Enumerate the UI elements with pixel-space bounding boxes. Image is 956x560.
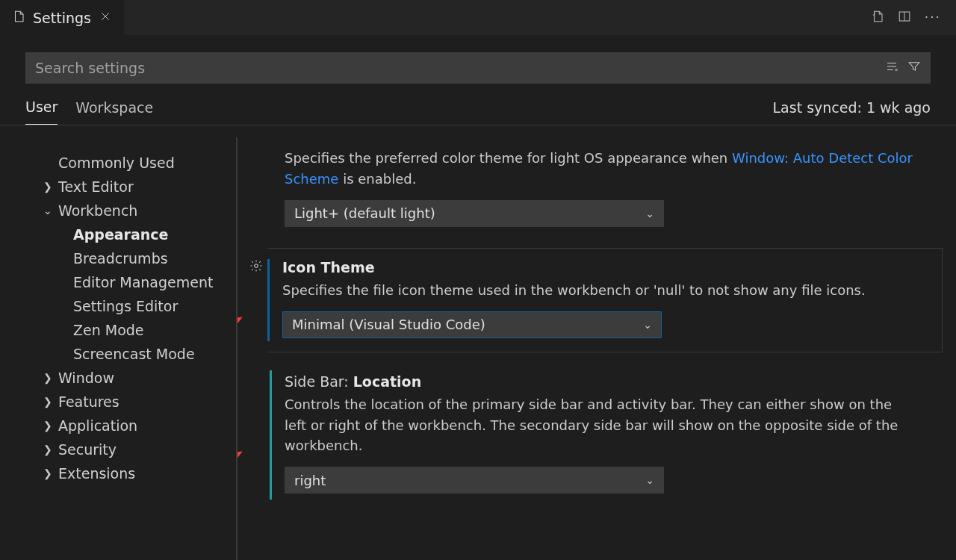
svg-point-1 bbox=[255, 264, 258, 268]
file-icon bbox=[12, 10, 25, 26]
toc-screencast-mode[interactable]: Screencast Mode bbox=[43, 342, 236, 366]
filter-icon[interactable] bbox=[907, 60, 921, 76]
setting-description: Specifies the preferred color theme for … bbox=[285, 148, 928, 190]
chevron-down-icon: ⌄ bbox=[643, 319, 652, 331]
annotation-arrow bbox=[238, 447, 257, 479]
setting-preferred-light-theme: Specifies the preferred color theme for … bbox=[267, 148, 943, 240]
toc-settings-editor[interactable]: Settings Editor bbox=[43, 294, 236, 318]
chevron-right-icon: ❯ bbox=[43, 372, 54, 384]
settings-toc: ▸Commonly Used ❯Text Editor ⌄Workbench A… bbox=[0, 137, 238, 560]
close-icon[interactable] bbox=[99, 10, 112, 25]
toc-extensions[interactable]: ❯Extensions bbox=[43, 461, 236, 485]
tab-title: Settings bbox=[33, 10, 91, 26]
settings-scope-row: User Workspace Last synced: 1 wk ago bbox=[0, 84, 956, 125]
select-preferred-light-theme[interactable]: Light+ (default light) ⌄ bbox=[285, 200, 664, 227]
toc-features[interactable]: ❯Features bbox=[43, 390, 236, 414]
setting-icon-theme: Icon Theme Specifies the file icon theme… bbox=[267, 248, 943, 352]
editor-tab-bar: Settings ··· bbox=[0, 0, 956, 36]
clear-search-icon[interactable] bbox=[885, 60, 898, 76]
setting-title: Icon Theme bbox=[282, 259, 927, 276]
search-placeholder: Search settings bbox=[35, 60, 885, 76]
chevron-right-icon: ❯ bbox=[43, 420, 54, 432]
toc-workbench[interactable]: ⌄Workbench bbox=[43, 199, 236, 223]
setting-description: Specifies the file icon theme used in th… bbox=[282, 280, 927, 301]
settings-search-row: Search settings bbox=[0, 36, 956, 84]
setting-description: Controls the location of the primary sid… bbox=[285, 394, 912, 457]
setting-sidebar-location: Side Bar: Location Controls the location… bbox=[267, 363, 943, 508]
toc-editor-management[interactable]: Editor Management bbox=[43, 270, 236, 294]
chevron-right-icon: ❯ bbox=[43, 444, 54, 455]
split-editor-icon[interactable] bbox=[898, 10, 911, 26]
chevron-right-icon: ❯ bbox=[43, 467, 54, 479]
tab-settings[interactable]: Settings bbox=[0, 0, 124, 35]
chevron-down-icon: ⌄ bbox=[43, 205, 54, 217]
chevron-down-icon: ⌄ bbox=[645, 208, 654, 220]
chevron-right-icon: ❯ bbox=[43, 396, 54, 408]
annotation-arrow bbox=[238, 312, 257, 345]
toc-security[interactable]: ❯Security bbox=[43, 438, 236, 461]
select-icon-theme[interactable]: Minimal (Visual Studio Code) ⌄ bbox=[282, 311, 662, 338]
chevron-right-icon: ❯ bbox=[43, 181, 54, 193]
scope-user-tab[interactable]: User bbox=[25, 99, 58, 125]
toc-breadcrumbs[interactable]: Breadcrumbs bbox=[43, 246, 236, 270]
toc-zen-mode[interactable]: Zen Mode bbox=[43, 318, 236, 342]
toc-application[interactable]: ❯Application bbox=[43, 414, 236, 438]
more-actions-icon[interactable]: ··· bbox=[925, 10, 941, 26]
scope-workspace-tab[interactable]: Workspace bbox=[75, 99, 153, 125]
select-sidebar-location[interactable]: right ⌄ bbox=[285, 467, 664, 494]
tab-actions: ··· bbox=[871, 10, 956, 26]
toc-appearance[interactable]: Appearance bbox=[43, 223, 236, 246]
open-changes-icon[interactable] bbox=[871, 10, 884, 26]
search-input[interactable]: Search settings bbox=[25, 52, 931, 84]
setting-title: Side Bar: Location bbox=[285, 373, 928, 390]
toc-text-editor[interactable]: ❯Text Editor bbox=[43, 175, 236, 199]
toc-commonly-used[interactable]: ▸Commonly Used bbox=[43, 151, 236, 175]
sync-status: Last synced: 1 wk ago bbox=[773, 99, 931, 125]
gear-icon[interactable] bbox=[249, 259, 263, 276]
chevron-down-icon: ⌄ bbox=[645, 474, 654, 486]
toc-window[interactable]: ❯Window bbox=[43, 366, 236, 390]
settings-content: Specifies the preferred color theme for … bbox=[238, 137, 956, 560]
